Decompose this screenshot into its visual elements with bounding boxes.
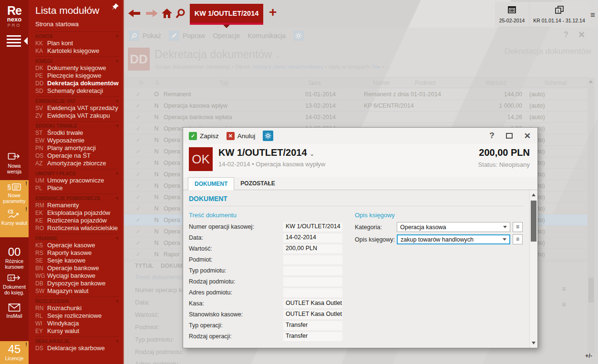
rail-item-licencje[interactable]: ! 45 Licencje [0, 341, 29, 364]
save-button[interactable]: ✓ Zapisz [189, 132, 219, 140]
field-label: Stanowisko kasowe: [189, 311, 283, 318]
sidebar-item-windykacja[interactable]: WIWindykacja [35, 320, 118, 327]
tab-label: KW 1/OUTLET/2014 [195, 10, 259, 17]
sidebar-section-ewidencje-vat[interactable]: EWIDENCJE VAT [35, 96, 118, 104]
sidebar-item-rozliczenia-pojazdow[interactable]: KERozliczenia pojazdów [35, 217, 118, 224]
rail-item-nowa-wersja[interactable]: Nowa wersja [0, 149, 29, 178]
sidebar-item-amortyzacje-zbiorcze[interactable]: AZAmortyzacje zbiorcze [35, 160, 118, 167]
sidebar-section-deklaracje[interactable]: DEKLARACJE [35, 336, 118, 344]
sidebar-item-operacje-kasowe[interactable]: KSOperacje kasowe [35, 242, 118, 249]
sidebar-item-sesje-rozliczeniowe[interactable]: RLSesje rozliczeniowe [35, 312, 118, 320]
sidebar-item-dekretacja-dokumentow[interactable]: DDDekretacja dokumentów [35, 80, 118, 87]
zoom-plus-minus[interactable]: +/- [585, 353, 592, 359]
field-stanowisko-kasowe[interactable]: OUTLET Kasa Outlet [283, 310, 342, 319]
menu-collapse-button[interactable] [0, 31, 29, 51]
logo-pro: PRO [0, 22, 29, 28]
sidebar-item-rozliczenia-wlascicielskie[interactable]: RORozliczenia właścicielskie [35, 224, 118, 232]
sidebar-item-ewidencja-vat-zakupu[interactable]: ZVEwidencja VAT zakupu [35, 112, 118, 120]
sidebar-section-srodki-trwale[interactable]: ŚRODKI TRWAŁE [35, 121, 118, 129]
sidebar-section-rozliczenia[interactable]: ROZLICZENIA [35, 296, 118, 304]
field-rodzaj-podmiotu[interactable] [283, 277, 342, 286]
dialog-title[interactable]: KW 1/OUTLET/2014 ⌄ [218, 147, 478, 158]
sidebar-item-rozrachunki[interactable]: RNRozrachunki [35, 304, 118, 312]
scroll-down-icon[interactable] [532, 342, 536, 344]
sidebar-item-operacje-na-st[interactable]: OSOperacje na ŚT [35, 152, 118, 160]
home-icon[interactable] [161, 8, 173, 19]
section-label: ROZLICZENIA [35, 298, 69, 304]
sidebar-item-ewidencja-vat-sprzedazy[interactable]: SVEwidencja VAT sprzedaży [35, 104, 118, 112]
sidebar-section-umowy-i-place[interactable]: UMOWY I PŁACE [35, 169, 118, 177]
app-menu-button[interactable]: ≡ [590, 10, 595, 20]
opis-ksiegowy-list-button[interactable]: ≡ [513, 234, 523, 244]
sidebar-item-kartoteki-ksiegowe[interactable]: KAKartoteki księgowe [35, 47, 118, 55]
dialog-body: DOKUMENT Treść dokumentu Numer operacji … [183, 190, 537, 348]
sidebar-item-place[interactable]: PLPłace [35, 184, 118, 192]
dialog-help-button[interactable]: ? [489, 131, 494, 141]
dialog-maximize-button[interactable] [506, 133, 513, 139]
pin-icon[interactable] [112, 3, 119, 10]
save-check-icon: ✓ [189, 132, 197, 140]
sidebar-item-pieczecie-ksiegowe[interactable]: PEPieczęcie księgowe [35, 72, 118, 80]
kategoria-list-button[interactable]: ≡ [513, 222, 523, 232]
field-podmiot[interactable] [283, 255, 342, 264]
field-kasa[interactable]: OUTLET Kasa Outlet [283, 299, 342, 308]
sidebar-item-kursy-walut[interactable]: EYKursy walut [35, 327, 118, 335]
sidebar-item-dokumenty-ksiegowe[interactable]: DKDokumenty księgowe [35, 64, 118, 72]
sidebar-item-remanenty[interactable]: RMRemanenty [35, 202, 118, 209]
new-tab-button[interactable]: + [269, 5, 277, 20]
work-date-label: 25-02-2014 [495, 18, 529, 23]
document-dialog: ✓ Zapisz ✕ Anuluj ? ✕ OK [183, 127, 538, 348]
sidebar-item-schematy-dekretacji[interactable]: SDSchematy dekretacji [35, 87, 118, 95]
work-date-button[interactable]: 25-02-2014 [495, 2, 529, 27]
field-data[interactable]: 14-02-2014 [283, 233, 342, 243]
tab-kw-1-outlet-2014[interactable]: KW 1/OUTLET/2014 [190, 4, 263, 25]
sidebar-item-sesje-kasowe[interactable]: SESesje kasowe [35, 257, 118, 264]
opis-ksiegowy-dropdown[interactable]: zakup towarów handlowych [397, 234, 510, 244]
sidebar-item-umowy-pracownicze[interactable]: UMUmowy pracownicze [35, 177, 118, 184]
dialog-close-button[interactable]: ✕ [524, 131, 531, 141]
rail-item-dokument-do-ksieg[interactable]: 0 Dokument do księg. [0, 271, 29, 295]
sidebar-item-plany-amortyzacji[interactable]: PNPlany amortyzacji [35, 144, 118, 152]
rail-item-roznice-kursowe[interactable]: 00 Różnice kursowe [0, 244, 29, 267]
sidebar-section-ksiegi[interactable]: KSIĘGI [35, 56, 118, 64]
scroll-up-icon[interactable] [532, 193, 536, 196]
sidebar-item-raporty-kasowe[interactable]: RSRaporty kasowe [35, 249, 118, 257]
dialog-scrollbar[interactable] [529, 190, 537, 348]
sidebar-item-srodki-trwale[interactable]: STŚrodki trwałe [35, 129, 118, 137]
field-numer-operacji[interactable]: KW 1/OUTLET/2014 [283, 222, 342, 232]
rail-item-kursy-walut[interactable]: ! €$ Kursy walut [0, 206, 29, 237]
sidebar-item-eksploatacja-pojazdow[interactable]: EKEksploatacja pojazdów [35, 209, 118, 217]
dialog-settings-button[interactable] [263, 131, 273, 141]
sidebar-item-strona-startowa[interactable]: Strona startowa [35, 20, 118, 30]
rail-item-nowe-parametry[interactable]: ! § Nowe parametry [0, 180, 29, 206]
field-typ-podmiotu[interactable] [283, 266, 342, 275]
field-label: Kategoria: [355, 224, 397, 231]
sidebar-section-finanse[interactable]: FINANSE [35, 233, 118, 242]
sidebar-item-deklaracje-skarbowe[interactable]: DSDeklaracje skarbowe [35, 344, 118, 352]
accounting-period-button[interactable]: 1 KR 01.01.14 - 31.12.14 [529, 2, 589, 27]
tab-pozostale[interactable]: POZOSTAŁE [234, 177, 281, 190]
scroll-thumb[interactable] [531, 201, 536, 242]
sidebar-item-dyspozycje-bankowe[interactable]: DBDyspozycje bankowe [35, 280, 118, 287]
sidebar-section-ewidencje-pomocnicze[interactable]: EWIDENCJE POMOCNICZE [35, 193, 118, 202]
field-rodzaj-operacji[interactable]: Transfer [283, 332, 342, 341]
sidebar-item-operacje-bankowe[interactable]: BNOperacje bankowe [35, 264, 118, 272]
kategoria-dropdown[interactable]: Operacja kasowa [397, 222, 510, 232]
sidebar-item-plan-kont[interactable]: KKPlan kont [35, 40, 118, 47]
section-label: DEKLARACJE [35, 338, 70, 344]
search-icon[interactable] [175, 8, 186, 19]
sidebar-item-magazyn-walut[interactable]: SWMagazyn walut [35, 287, 118, 295]
sidebar-item-wyposazenie[interactable]: EWWyposażenie [35, 137, 118, 144]
sidebar-section-konta[interactable]: KONTA [35, 31, 118, 40]
rail-item-insmail[interactable]: InsMail [0, 300, 29, 323]
cancel-button[interactable]: ✕ Anuluj [227, 132, 256, 140]
sidebar-item-wyciagi-bankowe[interactable]: WGWyciągi bankowe [35, 272, 118, 280]
field-wartosc[interactable]: 200,00 PLN [283, 244, 342, 253]
back-icon[interactable] [128, 9, 141, 18]
rail-item-label: InsMail [6, 313, 22, 319]
field-adres-podmiotu[interactable] [283, 288, 342, 297]
tab-dokument[interactable]: DOKUMENT [188, 177, 234, 190]
field-typ-operacji[interactable]: Transfer [283, 321, 342, 330]
collapse-triangle-icon [115, 60, 118, 63]
forward-icon[interactable] [145, 9, 158, 18]
